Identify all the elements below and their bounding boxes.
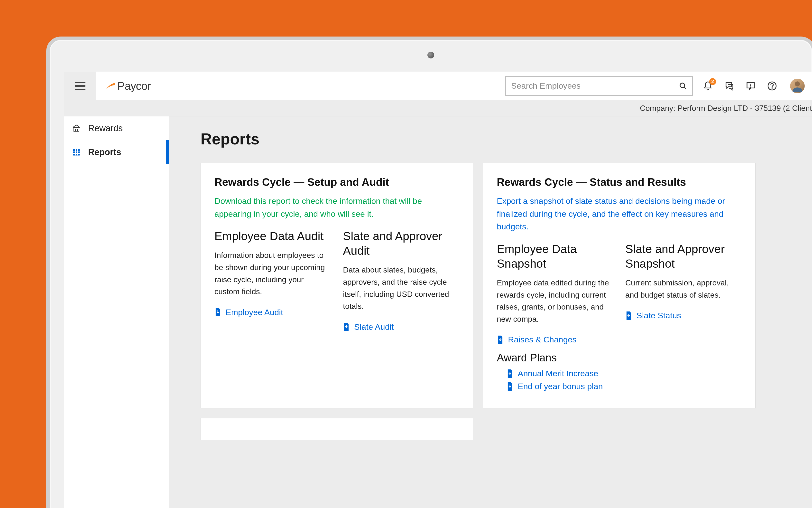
download-slate-audit[interactable]: Slate Audit [343,322,459,332]
avatar-image [791,80,804,92]
top-icons: 2 [697,79,812,93]
col-heading: Slate and Approver Audit [343,229,459,258]
search-input[interactable] [511,81,679,91]
sidebar-item-reports[interactable]: Reports [64,140,169,164]
svg-point-5 [772,88,772,88]
avatar[interactable] [790,79,805,93]
award-plans-title: Award Plans [497,352,613,364]
col-body: Current submission, approval, and budget… [625,277,742,301]
notifications-button[interactable]: 2 [702,80,714,92]
sidebar-item-rewards[interactable]: Rewards [64,116,169,140]
card-title: Rewards Cycle — Setup and Audit [215,176,459,188]
hamburger-wrap [64,72,96,100]
download-link-label: Annual Merit Increase [518,369,598,378]
download-slate-status[interactable]: Slate Status [625,311,742,320]
search-box[interactable] [505,76,693,96]
help-icon [767,81,777,91]
svg-rect-7 [73,149,80,156]
notification-badge: 2 [709,78,716,85]
download-link-label: Slate Status [636,311,681,320]
sidebar-item-label: Reports [88,147,121,157]
download-eoy-bonus[interactable]: End of year bonus plan [506,382,613,391]
sidebar: Rewards Reports [64,116,169,508]
alerts-button[interactable] [745,80,757,92]
download-annual-merit[interactable]: Annual Merit Increase [506,369,613,378]
card-status-results: Rewards Cycle — Status and Results Expor… [483,163,756,409]
download-icon [506,370,513,378]
download-icon [215,308,221,316]
card-columns: Employee Data Audit Information about em… [215,229,459,335]
download-icon [625,311,632,320]
company-label: Company: Perform Design LTD - 375139 (2 … [640,104,812,113]
logo[interactable]: Paycor [106,79,151,92]
card-subtitle: Download this report to check the inform… [215,195,459,220]
body-area: Rewards Reports Reports [64,116,812,508]
download-link-label: End of year bonus plan [518,382,603,391]
download-link-label: Employee Audit [226,307,283,317]
page-title: Reports [200,130,780,148]
card-setup-audit: Rewards Cycle — Setup and Audit Download… [200,163,473,409]
messages-button[interactable] [723,80,735,92]
download-employee-audit[interactable]: Employee Audit [215,307,331,317]
col-heading: Employee Data Audit [215,229,331,244]
col-heading: Employee Data Snapshot [497,242,613,271]
svg-line-1 [684,87,686,89]
logo-swoosh-icon [106,82,116,90]
topbar: Paycor 2 [64,72,812,100]
col-employee-data-snapshot: Employee Data Snapshot Employee data edi… [497,242,613,394]
chat-icon [724,81,734,91]
download-icon [343,323,350,331]
device-frame: Paycor 2 [46,37,812,508]
svg-point-6 [795,81,800,86]
svg-point-0 [680,83,685,88]
logo-text: Paycor [117,79,151,92]
rewards-icon [72,123,81,133]
svg-point-3 [751,87,751,87]
sidebar-item-label: Rewards [88,123,123,133]
download-link-label: Slate Audit [354,322,394,332]
col-employee-data-audit: Employee Data Audit Information about em… [215,229,331,335]
download-raises-changes[interactable]: Raises & Changes [497,335,613,344]
col-body: Information about employees to be shown … [215,249,331,298]
card-subtitle: Export a snapshot of slate status and de… [497,195,742,233]
download-link-label: Raises & Changes [508,335,577,344]
camera-dot [427,52,434,58]
reports-icon [72,147,81,157]
card-columns: Employee Data Snapshot Employee data edi… [497,242,742,394]
alert-chat-icon [746,81,756,91]
card-stub [200,418,473,440]
search-icon [679,82,687,90]
col-body: Employee data edited during the rewards … [497,277,613,325]
award-plan-links: Annual Merit Increase End of year bonus … [497,369,613,391]
col-slate-approver-snapshot: Slate and Approver Snapshot Current subm… [625,242,742,394]
app-screen: Paycor 2 [64,72,812,508]
download-icon [506,382,513,391]
company-strip: Company: Perform Design LTD - 375139 (2 … [64,100,812,116]
card-title: Rewards Cycle — Status and Results [497,176,742,188]
col-heading: Slate and Approver Snapshot [625,242,742,271]
col-body: Data about slates, budgets, approvers, a… [343,264,459,312]
download-icon [497,336,504,344]
col-slate-approver-audit: Slate and Approver Audit Data about slat… [343,229,459,335]
content: Reports Rewards Cycle — Setup and Audit … [169,116,812,508]
cards-row: Rewards Cycle — Setup and Audit Download… [200,163,780,409]
help-button[interactable] [766,80,778,92]
menu-icon[interactable] [75,82,85,90]
